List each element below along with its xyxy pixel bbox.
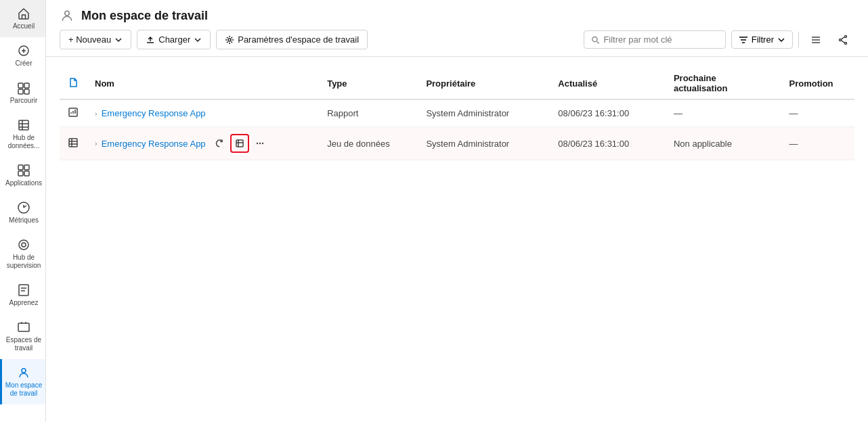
svg-point-24: [256, 143, 257, 144]
svg-point-10: [19, 240, 28, 250]
row1-updated: 08/06/23 16:31:00: [550, 99, 666, 127]
dataset-icon: [68, 137, 79, 148]
row2-icon-cell: [60, 127, 87, 160]
row1-name-link[interactable]: Emergency Response App: [102, 108, 206, 118]
row1-promo: —: [781, 99, 854, 127]
svg-point-14: [22, 369, 26, 373]
page-header: Mon espace de travail + Nouveau Charger: [46, 0, 868, 57]
filter-button[interactable]: Filtrer: [731, 30, 793, 49]
svg-point-17: [592, 37, 597, 41]
refresh-action-button[interactable]: [210, 134, 229, 153]
svg-rect-8: [18, 171, 23, 176]
svg-rect-12: [19, 285, 28, 296]
sidebar-item-metriques[interactable]: Métriques: [0, 194, 45, 231]
sidebar-label-hub-supervision: Hub de supervision: [5, 254, 43, 270]
row2-name-cell: › Emergency Response App: [87, 127, 319, 160]
main-content: Mon espace de travail + Nouveau Charger: [46, 0, 868, 422]
charger-button[interactable]: Charger: [137, 30, 211, 49]
sidebar: Accueil Créer Parcourir Hub de données..…: [0, 0, 46, 422]
page-title-container: Mon espace de travail: [60, 8, 854, 23]
nouveau-label: + Nouveau: [68, 34, 111, 45]
applications-icon: [17, 164, 30, 177]
search-input[interactable]: [603, 34, 718, 45]
table-row: › Emergency Response App: [60, 127, 854, 160]
create-icon: [17, 44, 30, 57]
page-title: Mon espace de travail: [81, 9, 208, 23]
hub-donnees-icon: [17, 118, 30, 132]
col-header-nom: Nom: [87, 68, 319, 99]
table-header: Nom Type Propriétaire Actualisé Prochain…: [60, 68, 854, 99]
sidebar-label-creer: Créer: [15, 60, 32, 68]
list-view-button[interactable]: [804, 30, 827, 49]
nouveau-button[interactable]: + Nouveau: [60, 30, 131, 49]
svg-rect-4: [24, 89, 29, 94]
file-icon-header: [68, 77, 79, 88]
filter-label: Filtrer: [752, 34, 774, 45]
sidebar-label-mon-espace: Mon espace de travail: [5, 381, 43, 398]
dataset-action-button[interactable]: [230, 134, 249, 153]
more-action-button[interactable]: [251, 134, 269, 153]
table-body: › Emergency Response App Rapport System …: [60, 99, 854, 160]
filter-chevron-icon: [777, 36, 785, 44]
svg-point-19: [845, 42, 847, 44]
col-header-proprietaire: Propriétaire: [418, 68, 550, 99]
row1-owner: System Administrator: [418, 99, 550, 127]
svg-point-26: [261, 143, 263, 144]
sidebar-item-espaces-travail[interactable]: Espaces de travail: [0, 314, 45, 359]
svg-rect-7: [24, 165, 29, 170]
sidebar-item-applications[interactable]: Applications: [0, 157, 45, 194]
sidebar-label-apprenez: Apprenez: [9, 299, 39, 307]
sidebar-item-mon-espace[interactable]: Mon espace de travail: [0, 359, 45, 404]
row1-name-wrapper: › Emergency Response App: [95, 108, 311, 118]
sidebar-item-apprenez[interactable]: Apprenez: [0, 277, 45, 314]
filter-icon: [739, 35, 748, 45]
svg-rect-5: [19, 120, 28, 130]
sidebar-item-accueil[interactable]: Accueil: [0, 0, 45, 37]
toolbar: + Nouveau Charger Paramètres d'espace de…: [60, 30, 854, 49]
row1-next: —: [666, 99, 781, 127]
col-header-checkbox: [60, 68, 87, 99]
row2-expand-arrow: ›: [95, 139, 97, 147]
row2-updated: 08/06/23 16:31:00: [550, 127, 666, 160]
svg-point-16: [228, 39, 231, 41]
share-button[interactable]: [831, 30, 854, 49]
sidebar-item-parcourir[interactable]: Parcourir: [0, 74, 45, 112]
row2-owner: System Administrator: [418, 127, 550, 160]
chart-icon: [68, 107, 79, 118]
sidebar-label-metriques: Métriques: [9, 216, 39, 225]
row2-actions: [210, 134, 269, 153]
workspace-title-icon: [60, 8, 74, 23]
parametres-button[interactable]: Paramètres d'espace de travail: [216, 30, 368, 49]
svg-rect-13: [18, 323, 29, 331]
table-row: › Emergency Response App Rapport System …: [60, 99, 854, 127]
home-icon: [17, 7, 30, 20]
sidebar-item-hub-donnees[interactable]: Hub de données...: [0, 112, 45, 157]
charger-label: Charger: [158, 34, 190, 45]
sidebar-label-hub-donnees: Hub de données...: [5, 134, 43, 150]
supervision-icon: [17, 238, 30, 252]
svg-rect-1: [18, 83, 23, 88]
upload-icon: [146, 35, 155, 45]
row1-expand-arrow: ›: [95, 110, 97, 118]
row1-type: Rapport: [319, 99, 418, 127]
row2-name-link[interactable]: Emergency Response App: [102, 139, 206, 149]
col-header-prochaine: Prochaineactualisation: [666, 68, 781, 99]
sidebar-label-espaces-travail: Espaces de travail: [5, 336, 43, 352]
settings-icon: [235, 139, 244, 148]
toolbar-separator: [798, 32, 799, 48]
svg-point-15: [65, 11, 70, 16]
row2-type: Jeu de données: [319, 127, 418, 160]
list-icon: [810, 34, 821, 45]
svg-rect-9: [24, 171, 29, 176]
col-header-type: Type: [319, 68, 418, 99]
sidebar-item-hub-supervision[interactable]: Hub de supervision: [0, 231, 45, 277]
svg-rect-6: [18, 165, 23, 170]
sidebar-item-creer[interactable]: Créer: [0, 37, 45, 74]
row2-name-wrapper: › Emergency Response App: [95, 134, 311, 153]
row2-promo: —: [781, 127, 854, 160]
sidebar-label-applications: Applications: [5, 179, 42, 187]
items-table: Nom Type Propriétaire Actualisé Prochain…: [60, 68, 854, 160]
content-area: Nom Type Propriétaire Actualisé Prochain…: [46, 57, 868, 422]
row1-icon-cell: [60, 99, 87, 127]
search-box[interactable]: [584, 30, 726, 49]
